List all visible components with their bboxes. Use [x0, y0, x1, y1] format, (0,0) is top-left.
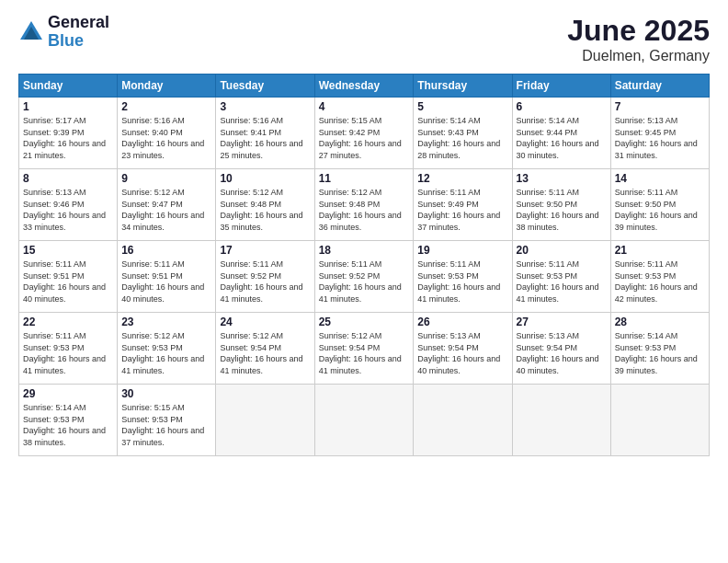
header-sunday: Sunday [19, 75, 118, 98]
calendar-subtitle: Duelmen, Germany [567, 48, 710, 64]
day-number: 26 [417, 316, 507, 328]
day-info: Sunrise: 5:11 AMSunset: 9:52 PMDaylight:… [220, 259, 310, 304]
day-number: 13 [517, 172, 607, 185]
header-friday: Friday [512, 75, 610, 98]
table-row [512, 385, 610, 456]
day-info: Sunrise: 5:11 AMSunset: 9:53 PMDaylight:… [23, 330, 113, 376]
table-row: 20Sunrise: 5:11 AMSunset: 9:53 PMDayligh… [512, 241, 610, 313]
table-row: 16Sunrise: 5:11 AMSunset: 9:51 PMDayligh… [118, 241, 216, 313]
table-row: 13Sunrise: 5:11 AMSunset: 9:50 PMDayligh… [512, 169, 610, 241]
header-monday: Monday [118, 75, 216, 98]
day-info: Sunrise: 5:14 AMSunset: 9:53 PMDaylight:… [23, 402, 113, 448]
header-tuesday: Tuesday [216, 75, 314, 98]
table-row: 12Sunrise: 5:11 AMSunset: 9:49 PMDayligh… [414, 169, 512, 241]
table-row: 15Sunrise: 5:11 AMSunset: 9:51 PMDayligh… [19, 241, 118, 313]
table-row: 25Sunrise: 5:12 AMSunset: 9:54 PMDayligh… [314, 313, 414, 385]
logo-blue: Blue [48, 32, 109, 51]
table-row: 1Sunrise: 5:17 AMSunset: 9:39 PMDaylight… [19, 98, 118, 169]
table-row: 5Sunrise: 5:14 AMSunset: 9:43 PMDaylight… [414, 98, 512, 169]
day-number: 17 [220, 244, 310, 257]
page: General Blue June 2025 Duelmen, Germany … [0, 0, 728, 563]
header-wednesday: Wednesday [314, 75, 414, 98]
day-info: Sunrise: 5:11 AMSunset: 9:51 PMDaylight:… [23, 259, 113, 304]
calendar-row: 22Sunrise: 5:11 AMSunset: 9:53 PMDayligh… [19, 313, 710, 385]
table-row: 4Sunrise: 5:15 AMSunset: 9:42 PMDaylight… [314, 98, 414, 169]
day-number: 6 [517, 100, 607, 113]
day-info: Sunrise: 5:15 AMSunset: 9:53 PMDaylight:… [121, 402, 211, 448]
day-number: 19 [417, 244, 507, 257]
day-number: 8 [23, 172, 113, 185]
table-row: 26Sunrise: 5:13 AMSunset: 9:54 PMDayligh… [414, 313, 512, 385]
day-number: 9 [121, 172, 211, 185]
day-number: 14 [615, 172, 705, 185]
calendar-row: 29Sunrise: 5:14 AMSunset: 9:53 PMDayligh… [19, 385, 710, 456]
day-info: Sunrise: 5:16 AMSunset: 9:40 PMDaylight:… [121, 115, 211, 161]
table-row [610, 385, 709, 456]
table-row: 3Sunrise: 5:16 AMSunset: 9:41 PMDaylight… [216, 98, 314, 169]
day-number: 10 [220, 172, 310, 185]
table-row [314, 385, 414, 456]
table-row: 8Sunrise: 5:13 AMSunset: 9:46 PMDaylight… [19, 169, 118, 241]
header: General Blue June 2025 Duelmen, Germany [18, 14, 710, 64]
logo-icon [18, 19, 44, 45]
day-info: Sunrise: 5:14 AMSunset: 9:44 PMDaylight:… [517, 115, 607, 161]
day-number: 25 [319, 316, 410, 328]
day-number: 2 [121, 100, 211, 113]
table-row: 18Sunrise: 5:11 AMSunset: 9:52 PMDayligh… [314, 241, 414, 313]
day-number: 1 [23, 100, 113, 113]
day-number: 18 [319, 244, 410, 257]
day-info: Sunrise: 5:11 AMSunset: 9:49 PMDaylight:… [417, 187, 507, 233]
day-info: Sunrise: 5:13 AMSunset: 9:54 PMDaylight:… [417, 330, 507, 376]
table-row [216, 385, 314, 456]
table-row: 19Sunrise: 5:11 AMSunset: 9:53 PMDayligh… [414, 241, 512, 313]
logo: General Blue [18, 14, 109, 51]
calendar-title: June 2025 [567, 14, 710, 48]
header-saturday: Saturday [610, 75, 709, 98]
table-row: 2Sunrise: 5:16 AMSunset: 9:40 PMDaylight… [118, 98, 216, 169]
table-row: 30Sunrise: 5:15 AMSunset: 9:53 PMDayligh… [118, 385, 216, 456]
table-row: 7Sunrise: 5:13 AMSunset: 9:45 PMDaylight… [610, 98, 709, 169]
table-row: 23Sunrise: 5:12 AMSunset: 9:53 PMDayligh… [118, 313, 216, 385]
day-info: Sunrise: 5:12 AMSunset: 9:53 PMDaylight:… [121, 330, 211, 376]
day-number: 23 [121, 316, 211, 328]
day-info: Sunrise: 5:11 AMSunset: 9:51 PMDaylight:… [121, 259, 211, 304]
day-info: Sunrise: 5:15 AMSunset: 9:42 PMDaylight:… [319, 115, 410, 161]
calendar-header-row: Sunday Monday Tuesday Wednesday Thursday… [19, 75, 710, 98]
day-number: 15 [23, 244, 113, 257]
day-info: Sunrise: 5:11 AMSunset: 9:52 PMDaylight:… [319, 259, 410, 304]
table-row: 10Sunrise: 5:12 AMSunset: 9:48 PMDayligh… [216, 169, 314, 241]
day-number: 3 [220, 100, 310, 113]
day-number: 7 [615, 100, 705, 113]
table-row: 11Sunrise: 5:12 AMSunset: 9:48 PMDayligh… [314, 169, 414, 241]
calendar-row: 1Sunrise: 5:17 AMSunset: 9:39 PMDaylight… [19, 98, 710, 169]
day-info: Sunrise: 5:13 AMSunset: 9:46 PMDaylight:… [23, 187, 113, 233]
title-section: June 2025 Duelmen, Germany [567, 14, 710, 64]
day-info: Sunrise: 5:14 AMSunset: 9:43 PMDaylight:… [417, 115, 507, 161]
day-number: 22 [23, 316, 113, 328]
day-info: Sunrise: 5:12 AMSunset: 9:54 PMDaylight:… [220, 330, 310, 376]
day-number: 5 [417, 100, 507, 113]
day-info: Sunrise: 5:12 AMSunset: 9:47 PMDaylight:… [121, 187, 211, 233]
calendar-row: 15Sunrise: 5:11 AMSunset: 9:51 PMDayligh… [19, 241, 710, 313]
day-number: 28 [615, 316, 705, 328]
table-row: 28Sunrise: 5:14 AMSunset: 9:53 PMDayligh… [610, 313, 709, 385]
day-info: Sunrise: 5:11 AMSunset: 9:53 PMDaylight:… [615, 259, 705, 304]
table-row: 21Sunrise: 5:11 AMSunset: 9:53 PMDayligh… [610, 241, 709, 313]
header-thursday: Thursday [414, 75, 512, 98]
day-info: Sunrise: 5:12 AMSunset: 9:48 PMDaylight:… [220, 187, 310, 233]
day-number: 12 [417, 172, 507, 185]
table-row: 6Sunrise: 5:14 AMSunset: 9:44 PMDaylight… [512, 98, 610, 169]
table-row [414, 385, 512, 456]
day-info: Sunrise: 5:17 AMSunset: 9:39 PMDaylight:… [23, 115, 113, 161]
day-info: Sunrise: 5:16 AMSunset: 9:41 PMDaylight:… [220, 115, 310, 161]
day-info: Sunrise: 5:11 AMSunset: 9:53 PMDaylight:… [417, 259, 507, 304]
day-number: 27 [517, 316, 607, 328]
logo-general: General [48, 14, 109, 32]
day-number: 29 [23, 387, 113, 400]
day-info: Sunrise: 5:11 AMSunset: 9:53 PMDaylight:… [517, 259, 607, 304]
day-number: 30 [121, 387, 211, 400]
day-info: Sunrise: 5:12 AMSunset: 9:54 PMDaylight:… [319, 330, 410, 376]
day-info: Sunrise: 5:11 AMSunset: 9:50 PMDaylight:… [517, 187, 607, 233]
day-number: 11 [319, 172, 410, 185]
day-info: Sunrise: 5:13 AMSunset: 9:54 PMDaylight:… [517, 330, 607, 376]
